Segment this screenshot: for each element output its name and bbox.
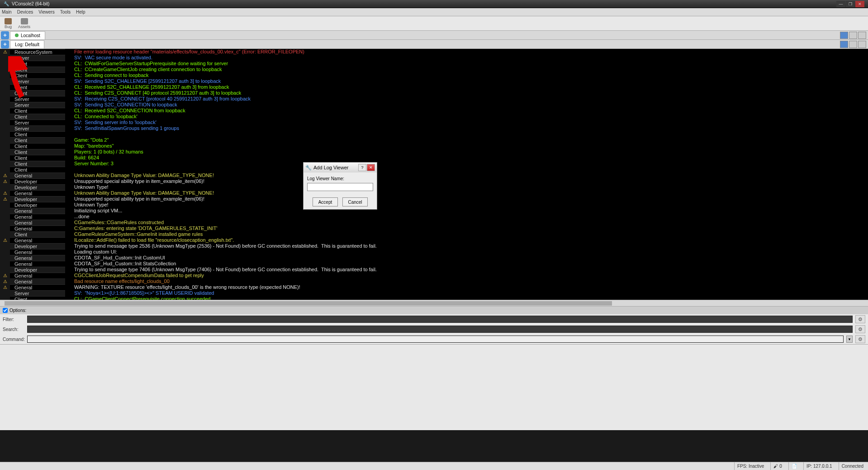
log-row[interactable]: ServerSV: Sending S2C_CONNECTION to loop… [0,102,868,108]
menu-tools[interactable]: Tools [60,10,71,14]
log-view-split-h-button[interactable] [849,41,857,48]
add-log-tab-button[interactable]: + [1,40,9,48]
command-dropdown-button[interactable]: ▼ [846,336,853,343]
view-split-v-button[interactable] [858,32,866,39]
log-row[interactable]: GeneralLoading custom UI: [0,249,868,255]
log-row[interactable]: ClientCL: Received S2C_CHALLENGE [259912… [0,84,868,90]
log-row[interactable]: ⚠DeveloperUnsupported special ability ty… [0,178,868,184]
warning-icon: ⚠ [0,284,10,290]
log-viewer-name-input[interactable] [307,183,373,191]
close-button[interactable]: ✕ [855,1,864,7]
log-row[interactable]: ServerSV: Receiving C2S_CONNECT [protoco… [0,96,868,102]
log-row[interactable]: GeneralCDOTA_SF_Hud_Custom::Init CustomU… [0,255,868,261]
log-row[interactable]: ⚠DeveloperUnsupported special ability ty… [0,196,868,202]
view-single-button[interactable] [840,32,848,39]
log-source: Server [10,120,65,125]
log-source: General [10,225,65,231]
search-input[interactable] [27,326,853,333]
log-source: General [10,255,65,261]
log-row[interactable]: DeveloperUnknown Type! [0,184,868,190]
log-row[interactable]: Client [0,167,868,173]
log-row[interactable]: GeneralInitializing script VM... [0,208,868,214]
dialog-help-button[interactable]: ? [358,164,366,171]
host-tab-localhost[interactable]: Localhost [10,31,45,39]
log-source: Client [10,84,65,90]
warning-icon [0,290,10,296]
log-message: SV: Sending S2C_CONNECTION to loopback [65,102,868,108]
log-row[interactable]: ClientCL: CCreateGameClientJob creating … [0,67,868,72]
warning-icon [0,131,10,137]
command-input[interactable] [27,336,844,343]
filter-settings-button[interactable]: ⚙ [855,315,865,323]
log-row[interactable]: ClientGame: "Dota 2" [0,137,868,143]
log-row[interactable]: ⚠GeneralBad resource name effects/light_… [0,278,868,284]
log-row[interactable]: ClientCGameRulesGameSystem::GameInit ins… [0,231,868,237]
dialog-cancel-button[interactable]: Cancel [342,197,368,206]
warning-icon [0,114,10,120]
dialog-close-button[interactable]: ✕ [367,164,375,171]
toolbar-bug[interactable]: Bug [5,18,12,29]
log-row[interactable]: GeneralCDOTA_SF_Hud_Custom::Init StatsCo… [0,261,868,267]
filter-input[interactable] [27,316,853,323]
log-row[interactable]: ServerSV: VAC secure mode is activated. [0,55,868,61]
log-row[interactable]: ClientCL: Connected to 'loopback' [0,114,868,120]
menu-main[interactable]: Main [2,10,12,14]
warning-icon [0,125,10,131]
log-message: C:Gamerules: entering state 'DOTA_GAMERU… [65,225,868,231]
log-row[interactable]: ClientBuild: 6624 [0,155,868,161]
menu-help[interactable]: Help [76,10,85,14]
log-row[interactable]: ClientCL: Sending connect to loopback [0,72,868,78]
log-row[interactable]: DeveloperTrying to send message type 253… [0,243,868,249]
log-row[interactable]: ClientMap: "barebones" [0,143,868,149]
search-settings-button[interactable]: ⚙ [855,325,865,333]
options-checkbox[interactable] [3,308,8,313]
add-host-tab-button[interactable]: + [1,31,9,39]
log-row[interactable]: ⚠GeneralWARNING: TEXTURE resource 'effec… [0,284,868,290]
maximize-button[interactable]: ❐ [846,1,855,7]
toolbar-assets[interactable]: Assets [18,18,30,29]
log-output[interactable]: ⚠ResourceSystemFile error loading resour… [0,49,868,300]
log-source: Client [10,296,65,300]
log-row[interactable]: ClientCL: CWaitForGameServerStartupPrere… [0,61,868,67]
log-row[interactable]: ClientCL: CGameClientConnectPrerequisite… [0,296,868,300]
warning-icon [0,161,10,167]
log-source: Client [10,149,65,155]
minimize-button[interactable]: — [836,1,845,7]
log-row[interactable]: ⚠GeneralILocalize::AddFile() failed to l… [0,237,868,243]
warning-icon: ⚠ [0,278,10,284]
log-row[interactable]: ServerSV: SendInitialSpawnGroups sending… [0,125,868,131]
log-row[interactable]: DeveloperUnknown Type! [0,202,868,208]
menu-devices[interactable]: Devices [17,10,33,14]
log-tab-default[interactable]: Log: Default [10,40,44,48]
log-row[interactable]: ⚠ResourceSystemFile error loading resour… [0,49,868,55]
log-row[interactable]: ⚠GeneralCGCClientJobRequestCompendiumDat… [0,273,868,278]
log-view-split-v-button[interactable] [858,41,866,48]
warning-icon [0,167,10,173]
log-row[interactable]: ServerSV: Sending S2C_CHALLENGE [2599121… [0,78,868,84]
menu-viewers[interactable]: Viewers [38,10,54,14]
command-settings-button[interactable]: ⚙ [855,335,865,343]
log-row[interactable]: General...done [0,214,868,220]
log-row[interactable]: Client [0,131,868,137]
log-row[interactable]: GeneralCGameRules::CGameRules constructe… [0,220,868,225]
dialog-title-text: Add Log Viewer [313,165,348,170]
warning-icon [0,255,10,261]
log-row[interactable]: ClientPlayers: 1 (0 bots) / 32 humans [0,149,868,155]
horizontal-scrollbar[interactable] [0,300,868,306]
log-row[interactable]: ServerSV: "Noya<1><[U:1:86718505]><>" ST… [0,290,868,296]
log-row[interactable]: ClientCL: Received S2C_CONNECTION from l… [0,108,868,114]
log-row[interactable]: ClientServer Number: 3 [0,161,868,167]
log-row[interactable]: DeveloperTrying to send message type 740… [0,267,868,273]
log-row[interactable]: ClientCL: Sending C2S_CONNECT [40 protoc… [0,90,868,96]
log-view-single-button[interactable] [840,41,848,48]
log-row[interactable]: GeneralC:Gamerules: entering state 'DOTA… [0,225,868,231]
dialog-titlebar[interactable]: 🔧 Add Log Viewer ? ✕ [304,163,377,173]
log-message: CL: CCreateGameClientJob creating client… [65,67,868,72]
log-row[interactable]: ⚠GeneralUnknown Ability Damage Type Valu… [0,173,868,178]
log-row[interactable]: ⚠GeneralUnknown Ability Damage Type Valu… [0,190,868,196]
view-split-h-button[interactable] [849,32,857,39]
log-row[interactable]: ServerSV: Sending server info to 'loopba… [0,120,868,125]
dialog-accept-button[interactable]: Accept [313,197,338,206]
log-message: CL: Sending connect to loopback [65,72,868,78]
log-message: Map: "barebones" [65,143,868,149]
